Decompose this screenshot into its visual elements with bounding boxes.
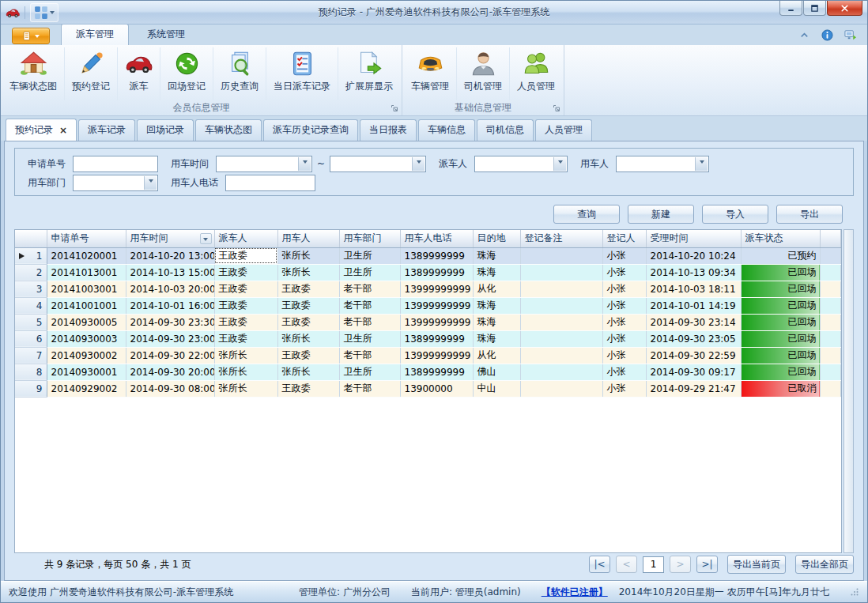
combo-dropdown-button[interactable] — [144, 176, 157, 190]
cell-use_time[interactable]: 2014-09-30 20:00 — [126, 364, 214, 380]
cell-accept_time[interactable]: 2014-09-30 09:17 — [646, 364, 741, 380]
ribbon-button[interactable]: 预约登记 — [65, 47, 118, 100]
cell-registrar[interactable]: 小张 — [602, 330, 646, 347]
ribbon-button[interactable]: 车辆管理 — [404, 47, 457, 100]
ribbon-button[interactable]: 回场登记 — [160, 47, 213, 100]
row-indicator[interactable]: 6 — [15, 330, 47, 347]
table-row[interactable]: 9201409290022014-09-30 08:00张所长王政委老干部139… — [15, 380, 841, 397]
cell-use_time[interactable]: 2014-09-30 23:30 — [126, 314, 214, 330]
cell-department[interactable]: 卫生所 — [339, 247, 400, 264]
cell-destination[interactable]: 珠海 — [473, 247, 520, 264]
cell-remark[interactable] — [520, 281, 602, 297]
resize-grip-icon[interactable] — [850, 587, 859, 597]
column-header-phone[interactable]: 用车人电话 — [400, 230, 473, 247]
cell-use_time[interactable]: 2014-10-20 13:00 — [126, 247, 214, 264]
table-row[interactable]: 5201409300052014-09-30 23:30王政委王政委老干部139… — [15, 314, 841, 330]
filter-input[interactable] — [73, 156, 158, 172]
cell-phone[interactable]: 1389999999 — [400, 364, 473, 380]
cell-department[interactable]: 老干部 — [339, 380, 400, 397]
cell-dispatcher[interactable]: 张所长 — [214, 347, 277, 364]
cell-dispatcher[interactable]: 王政委 — [214, 247, 277, 264]
cell-user[interactable]: 张所长 — [277, 247, 339, 264]
cell-use_time[interactable]: 2014-09-30 08:00 — [126, 380, 214, 397]
column-header-user[interactable]: 用车人 — [277, 230, 339, 247]
cell-user[interactable]: 王政委 — [277, 380, 339, 397]
cell-phone[interactable]: 13900000 — [400, 380, 473, 397]
cell-apply_no[interactable]: 20140929002 — [47, 380, 126, 397]
doc-tab-0[interactable]: 预约记录× — [6, 119, 77, 141]
cell-phone[interactable]: 13999999999 — [400, 347, 473, 364]
cell-apply_no[interactable]: 20140930002 — [47, 347, 126, 364]
doc-tab-8[interactable]: 人员管理 — [535, 119, 592, 141]
column-header-status[interactable]: 派车状态 — [741, 230, 820, 247]
cell-dispatcher[interactable]: 王政委 — [214, 330, 277, 347]
cell-status[interactable]: 已回场 — [741, 347, 820, 364]
column-header-destination[interactable]: 目的地 — [473, 230, 520, 247]
cell-phone[interactable]: 13999999999 — [400, 297, 473, 314]
cell-use_time[interactable]: 2014-10-13 15:00 — [126, 264, 214, 281]
table-row[interactable]: 2201410130012014-10-13 15:00王政委张所长卫生所138… — [15, 264, 841, 281]
cell-status[interactable]: 已回场 — [741, 297, 820, 314]
cell-remark[interactable] — [520, 264, 602, 281]
cell-remark[interactable] — [520, 380, 602, 397]
cell-department[interactable]: 老干部 — [339, 314, 400, 330]
doc-tab-7[interactable]: 司机信息 — [477, 119, 534, 141]
cell-registrar[interactable]: 小张 — [602, 247, 646, 264]
cell-user[interactable]: 张所长 — [277, 364, 339, 380]
combo-dropdown-button[interactable] — [412, 157, 425, 171]
row-indicator[interactable]: 7 — [15, 347, 47, 364]
cell-registrar[interactable]: 小张 — [602, 281, 646, 297]
cell-user[interactable]: 王政委 — [277, 281, 339, 297]
export-all-pages-button[interactable]: 导出全部页 — [795, 555, 854, 574]
table-row[interactable]: 3201410030012014-10-03 20:00王政委王政委老干部139… — [15, 281, 841, 297]
action-button-2[interactable]: 导入 — [702, 205, 768, 224]
cell-registrar[interactable]: 小张 — [602, 314, 646, 330]
cell-status[interactable]: 已回场 — [741, 364, 820, 380]
cell-accept_time[interactable]: 2014-10-13 09:34 — [646, 264, 741, 281]
doc-tab-4[interactable]: 派车历史记录查询 — [263, 119, 358, 141]
row-indicator[interactable]: 9 — [15, 380, 47, 397]
cell-user[interactable]: 王政委 — [277, 347, 339, 364]
row-indicator[interactable]: 3 — [15, 281, 47, 297]
ribbon-button[interactable]: 车辆状态图 — [2, 47, 65, 100]
minimize-button[interactable] — [779, 1, 802, 16]
cell-department[interactable]: 卫生所 — [339, 364, 400, 380]
cell-department[interactable]: 老干部 — [339, 297, 400, 314]
cell-apply_no[interactable]: 20141013001 — [47, 264, 126, 281]
filter-combo[interactable] — [73, 175, 158, 191]
filter-input[interactable] — [225, 175, 315, 191]
table-row[interactable]: 4201410010012014-10-01 16:00王政委王政委老干部139… — [15, 297, 841, 314]
cell-dispatcher[interactable]: 王政委 — [214, 264, 277, 281]
combo-dropdown-button[interactable] — [553, 157, 566, 171]
close-button[interactable] — [827, 1, 862, 16]
cell-status[interactable]: 已回场 — [741, 281, 820, 297]
cell-use_time[interactable]: 2014-10-03 20:00 — [126, 281, 214, 297]
cell-registrar[interactable]: 小张 — [602, 297, 646, 314]
ribbon-button[interactable]: 司机管理 — [457, 47, 510, 100]
cell-remark[interactable] — [520, 297, 602, 314]
cell-phone[interactable]: 1389999999 — [400, 330, 473, 347]
cell-apply_no[interactable]: 20141020001 — [47, 247, 126, 264]
row-indicator[interactable]: 8 — [15, 364, 47, 380]
column-header-use_time[interactable]: 用车时间 — [126, 230, 214, 247]
cell-destination[interactable]: 珠海 — [473, 330, 520, 347]
cell-destination[interactable]: 中山 — [473, 380, 520, 397]
cell-apply_no[interactable]: 20140930003 — [47, 330, 126, 347]
action-button-3[interactable]: 导出 — [776, 205, 843, 224]
cell-dispatcher[interactable]: 王政委 — [214, 314, 277, 330]
cell-registrar[interactable]: 小张 — [602, 264, 646, 281]
cell-accept_time[interactable]: 2014-09-30 23:05 — [646, 330, 741, 347]
cell-remark[interactable] — [520, 347, 602, 364]
column-header-remark[interactable]: 登记备注 — [520, 230, 602, 247]
column-header-department[interactable]: 用车部门 — [339, 230, 400, 247]
cell-dispatcher[interactable]: 王政委 — [214, 281, 277, 297]
cell-apply_no[interactable]: 20141001001 — [47, 297, 126, 314]
last-page-button[interactable]: >| — [696, 556, 718, 573]
cell-remark[interactable] — [520, 314, 602, 330]
column-header-rownum[interactable] — [15, 230, 47, 247]
cell-apply_no[interactable]: 20141003001 — [47, 281, 126, 297]
cell-registrar[interactable]: 小张 — [602, 347, 646, 364]
cell-status[interactable]: 已回场 — [741, 264, 820, 281]
row-indicator[interactable]: 1 — [15, 247, 47, 264]
table-row[interactable]: 8201409300012014-09-30 20:00张所长张所长卫生所138… — [15, 364, 841, 380]
